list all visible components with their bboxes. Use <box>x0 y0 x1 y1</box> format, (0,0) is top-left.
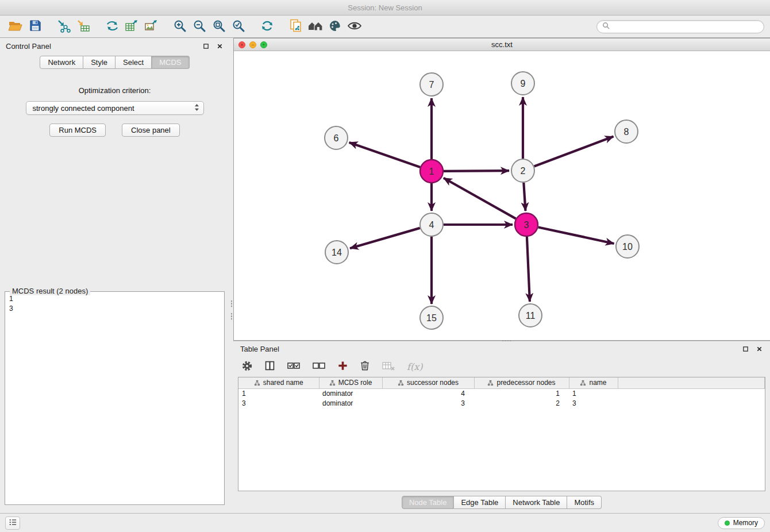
mcds-result-title: MCDS result (2 nodes) <box>10 287 90 295</box>
graph-edge-3-10[interactable] <box>538 227 614 244</box>
close-panel-button[interactable]: Close panel <box>122 124 180 137</box>
tab-style[interactable]: Style <box>83 56 116 69</box>
graph-node-3[interactable]: 3 <box>515 213 538 236</box>
search-input[interactable] <box>613 22 759 30</box>
minimize-window-button[interactable]: − <box>249 41 256 48</box>
zoom-out-button[interactable] <box>190 17 209 36</box>
graph-node-4[interactable]: 4 <box>420 213 443 236</box>
graph-node-9[interactable]: 9 <box>511 72 534 95</box>
node-table: shared nameMCDS rolesuccessor nodesprede… <box>238 377 765 491</box>
tab-edge-table[interactable]: Edge Table <box>454 496 506 509</box>
refresh-layout-button[interactable] <box>257 17 277 36</box>
cell-shared-name[interactable]: 3 <box>238 398 319 408</box>
cell-name[interactable]: 1 <box>569 388 618 398</box>
tab-mcds[interactable]: MCDS <box>152 56 189 69</box>
import-table-button[interactable] <box>74 17 93 36</box>
tab-network[interactable]: Network <box>40 56 83 69</box>
splitter-handle[interactable] <box>230 313 233 320</box>
cell-mcds-role[interactable]: dominator <box>319 398 382 408</box>
column-visibility-button[interactable] <box>264 360 275 373</box>
show-graphics-details-button[interactable] <box>345 17 364 36</box>
panel-splitter[interactable] <box>229 38 233 513</box>
delete-column-button[interactable] <box>360 360 370 373</box>
checked-boxes-icon <box>287 360 301 373</box>
splitter-handle[interactable] <box>230 300 233 307</box>
horizontal-splitter-handle[interactable] <box>502 340 512 342</box>
float-panel-icon[interactable] <box>202 42 210 50</box>
graph-edge-2-3[interactable] <box>523 183 525 211</box>
cell-shared-name[interactable]: 1 <box>238 388 319 398</box>
graph-node-10[interactable]: 10 <box>616 235 639 258</box>
run-mcds-button[interactable]: Run MCDS <box>49 124 106 137</box>
graph-edge-4-14[interactable] <box>350 228 420 248</box>
import-network-button[interactable] <box>54 17 74 36</box>
zoom-in-button[interactable] <box>170 17 190 36</box>
tab-select[interactable]: Select <box>116 56 152 69</box>
criterion-dropdown[interactable]: strongly connected component <box>26 101 204 115</box>
close-table-panel-icon[interactable] <box>755 345 763 353</box>
tab-node-table[interactable]: Node Table <box>402 496 455 509</box>
style-palette-button[interactable] <box>325 17 345 36</box>
column-header-mcds-role[interactable]: MCDS role <box>319 377 382 388</box>
cell-name[interactable]: 3 <box>569 398 618 408</box>
task-history-button[interactable] <box>5 516 20 530</box>
palette-icon <box>328 19 342 34</box>
table-row[interactable]: 3dominator323 <box>238 398 765 408</box>
float-table-panel-icon[interactable] <box>741 345 749 353</box>
home-network-button[interactable] <box>306 17 325 36</box>
mcds-result-text[interactable]: 1 3 <box>5 291 225 505</box>
delete-table-button[interactable] <box>382 360 395 373</box>
table-row[interactable]: 1dominator411 <box>238 388 765 398</box>
zoom-fit-button[interactable] <box>209 17 229 36</box>
copy-network-button[interactable] <box>286 17 306 36</box>
cell-predecessor-nodes[interactable]: 2 <box>474 398 569 408</box>
graph-node-14[interactable]: 14 <box>325 241 348 264</box>
column-header-predecessor-nodes[interactable]: predecessor nodes <box>474 377 569 388</box>
column-header-shared-name[interactable]: shared name <box>238 377 319 388</box>
tab-motifs[interactable]: Motifs <box>567 496 602 509</box>
cell-mcds-role[interactable]: dominator <box>319 388 382 398</box>
search-box[interactable] <box>596 20 764 33</box>
export-network-button[interactable] <box>102 17 122 36</box>
graph-edge-3-11[interactable] <box>527 237 530 302</box>
network-canvas[interactable]: 7968124314101511 <box>234 51 770 340</box>
select-all-button[interactable] <box>287 360 301 373</box>
graph-node-8[interactable]: 8 <box>615 120 638 143</box>
column-header-successor-nodes[interactable]: successor nodes <box>382 377 474 388</box>
cell-predecessor-nodes[interactable]: 1 <box>474 388 569 398</box>
deselect-all-button[interactable] <box>312 360 326 373</box>
cell-successor-nodes[interactable]: 3 <box>382 398 474 408</box>
export-table-button[interactable] <box>122 17 141 36</box>
graph-edge-3-1[interactable] <box>444 178 516 219</box>
svg-text:11: 11 <box>526 311 536 321</box>
close-window-button[interactable]: × <box>238 41 245 48</box>
table-export-icon <box>124 19 139 34</box>
graph-node-11[interactable]: 11 <box>519 304 542 327</box>
graph-node-7[interactable]: 7 <box>420 73 443 96</box>
open-file-button[interactable] <box>6 17 25 36</box>
table-settings-button[interactable] <box>241 360 253 373</box>
add-column-button[interactable] <box>337 360 348 373</box>
graph-edge-2-8[interactable] <box>534 136 614 166</box>
network-window-titlebar[interactable]: × − + scc.txt <box>234 38 770 51</box>
graph-edge-1-2[interactable] <box>444 171 509 171</box>
graph-node-6[interactable]: 6 <box>325 126 348 149</box>
graph-node-1[interactable]: 1 <box>420 160 443 183</box>
zoom-selected-button[interactable] <box>229 17 248 36</box>
list-icon <box>8 518 18 529</box>
close-panel-icon[interactable] <box>215 42 224 50</box>
graph-edge-1-6[interactable] <box>349 142 421 167</box>
column-header-name[interactable]: name <box>569 377 618 388</box>
export-image-button[interactable] <box>141 17 161 36</box>
function-builder-button[interactable]: f(x) <box>407 361 422 372</box>
graph-node-2[interactable]: 2 <box>511 159 534 182</box>
copy-document-icon <box>288 18 303 35</box>
double-arrows-icon <box>105 19 120 34</box>
maximize-window-button[interactable]: + <box>260 41 267 48</box>
cell-successor-nodes[interactable]: 4 <box>382 388 474 398</box>
memory-button[interactable]: Memory <box>718 517 765 529</box>
tab-network-table[interactable]: Network Table <box>506 496 567 509</box>
graph-node-15[interactable]: 15 <box>420 306 443 329</box>
save-session-button[interactable] <box>25 17 45 36</box>
network-graph[interactable]: 7968124314101511 <box>234 51 770 340</box>
